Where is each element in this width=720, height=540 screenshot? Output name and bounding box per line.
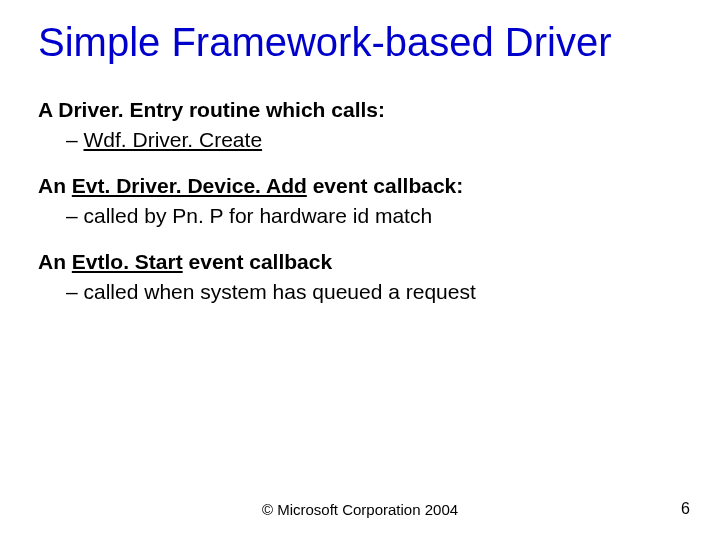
lead-text-underline: Evtlo. Start — [72, 250, 183, 273]
lead-text-after: event callback — [183, 250, 332, 273]
content-block: An Evt. Driver. Device. Add event callba… — [38, 174, 682, 228]
lead-text-before: A Driver. Entry routine which calls: — [38, 98, 385, 121]
lead-line: An Evt. Driver. Device. Add event callba… — [38, 174, 682, 198]
sub-text-underline: Wdf. Driver. Create — [84, 128, 263, 151]
sub-line: Wdf. Driver. Create — [84, 128, 682, 152]
footer-page-number: 6 — [681, 500, 690, 518]
slide-title: Simple Framework-based Driver — [38, 20, 682, 64]
content-block: An Evtlo. Start event callback called wh… — [38, 250, 682, 304]
lead-line: A Driver. Entry routine which calls: — [38, 98, 682, 122]
lead-text-before: An — [38, 250, 72, 273]
lead-text-after: event callback: — [307, 174, 463, 197]
sub-text-before: called by Pn. P for hardware id match — [84, 204, 433, 227]
lead-text-before: An — [38, 174, 72, 197]
content-block: A Driver. Entry routine which calls: Wdf… — [38, 98, 682, 152]
lead-text-underline: Evt. Driver. Device. Add — [72, 174, 307, 197]
slide: Simple Framework-based Driver A Driver. … — [0, 0, 720, 540]
footer-copyright: © Microsoft Corporation 2004 — [0, 501, 720, 518]
lead-line: An Evtlo. Start event callback — [38, 250, 682, 274]
sub-text-before: called when system has queued a request — [84, 280, 476, 303]
sub-line: called by Pn. P for hardware id match — [84, 204, 682, 228]
sub-line: called when system has queued a request — [84, 280, 682, 304]
